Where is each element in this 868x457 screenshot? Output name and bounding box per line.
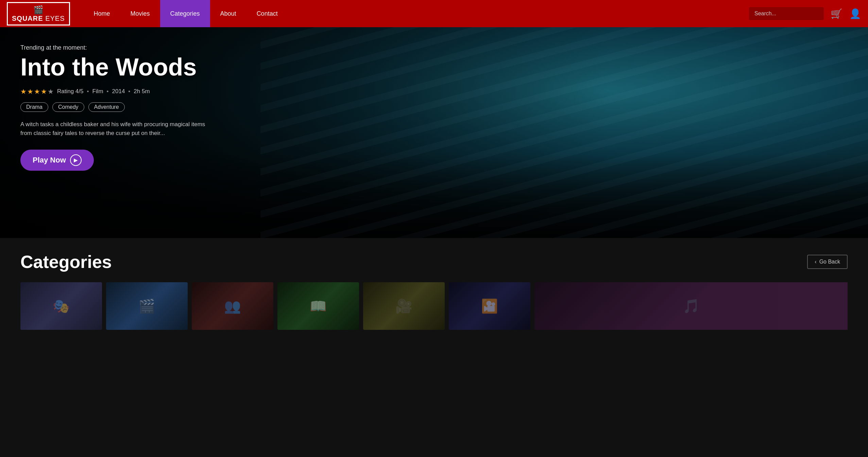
genre-tags: Drama Comedy Adventure [20,102,218,112]
play-circle-icon: ▶ [70,154,82,166]
thumbnail-2[interactable]: 🎬 [106,282,188,330]
meta-type: Film [92,88,103,95]
hero-content: Trending at the moment: Into the Woods ★… [0,27,238,188]
site-header: 🎬 SQUARE EYES Home Movies Categories Abo… [0,0,868,27]
thumbnail-1[interactable]: 🎭 [20,282,102,330]
thumbnail-3[interactable]: 👥 [192,282,273,330]
play-label: Play Now [33,156,66,165]
main-nav: Home Movies Categories About Contact [84,0,749,27]
rating-text: Rating 4/5 [57,88,84,95]
search-input[interactable] [749,7,824,20]
meta-duration: 2h 5m [134,88,150,95]
genre-adventure[interactable]: Adventure [88,102,125,112]
cart-icon[interactable]: 🛒 [831,8,843,19]
star-5: ★ [48,87,54,96]
hero-title: Into the Woods [20,55,218,79]
thumb-inner-3: 👥 [192,282,273,330]
play-now-button[interactable]: Play Now ▶ [20,150,94,171]
thumb-inner-4: 📖 [277,282,359,330]
hero-meta: ★ ★ ★ ★ ★ Rating 4/5 • Film • 2014 • 2h … [20,87,218,96]
thumb-inner-2: 🎬 [106,282,188,330]
logo-icon: 🎬 [33,5,44,15]
thumbnails-row: 🎭 🎬 👥 📖 🎥 🎦 🎵 [20,282,848,330]
hero-description: A witch tasks a childless baker and his … [20,120,218,137]
star-3: ★ [34,87,40,96]
dot-2: • [107,88,109,95]
trending-label: Trending at the moment: [20,44,218,51]
categories-header: Categories ‹ Go Back [20,252,848,272]
thumbnail-5[interactable]: 🎥 [363,282,445,330]
nav-movies[interactable]: Movies [120,0,160,27]
genre-comedy[interactable]: Comedy [52,102,84,112]
genre-drama[interactable]: Drama [20,102,48,112]
star-4: ★ [41,87,47,96]
thumbnail-6[interactable]: 🎦 [449,282,530,330]
nav-about[interactable]: About [210,0,246,27]
dot-1: • [87,88,89,95]
categories-section: Categories ‹ Go Back 🎭 🎬 👥 📖 🎥 🎦 🎵 [0,238,868,343]
go-back-label: Go Back [819,259,840,265]
hero-section: Trending at the moment: Into the Woods ★… [0,27,868,238]
logo[interactable]: 🎬 SQUARE EYES [7,2,70,26]
nav-categories[interactable]: Categories [160,0,210,27]
thumb-inner-1: 🎭 [20,282,102,330]
logo-text: SQUARE EYES [12,15,65,22]
thumbnail-partial[interactable]: 🎵 [534,282,848,330]
go-back-button[interactable]: ‹ Go Back [807,255,848,269]
thumb-inner-7: 🎵 [534,282,848,330]
user-icon[interactable]: 👤 [849,8,861,19]
hero-light-rays [260,27,868,238]
nav-home[interactable]: Home [84,0,120,27]
dot-3: • [128,88,130,95]
thumb-inner-5: 🎥 [363,282,445,330]
meta-year: 2014 [112,88,125,95]
thumb-inner-6: 🎦 [449,282,530,330]
categories-title: Categories [20,252,112,272]
nav-contact[interactable]: Contact [246,0,288,27]
star-2: ★ [27,87,33,96]
thumbnail-4[interactable]: 📖 [277,282,359,330]
back-chevron-icon: ‹ [815,259,816,265]
star-rating: ★ ★ ★ ★ ★ [20,87,54,96]
star-1: ★ [20,87,27,96]
header-right: 🛒 👤 [749,7,861,20]
